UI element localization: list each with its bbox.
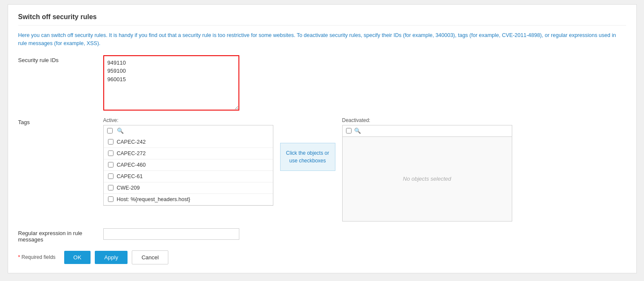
tag-checkbox-capec242[interactable] (108, 139, 113, 145)
tags-label: Tags (18, 117, 103, 125)
click-hint-box: Click the objects or use checkboxes (280, 143, 335, 171)
apply-button[interactable]: Apply (95, 251, 128, 264)
list-item[interactable]: CAPEC-460 (104, 159, 273, 171)
tag-label-capec272: CAPEC-272 (117, 150, 146, 156)
required-star: * (18, 254, 20, 260)
active-label: Active: (103, 117, 273, 123)
deactivated-label: Deactivated: (342, 117, 512, 123)
security-rule-ids-row: Security rule IDs (18, 55, 626, 111)
tag-checkbox-host[interactable] (108, 196, 113, 202)
required-note: * Required fields (18, 254, 56, 260)
regex-label: Regular expression in rule messages (18, 228, 103, 243)
no-objects-label: No objects selected (403, 176, 451, 182)
tag-checkbox-capec272[interactable] (108, 150, 113, 156)
select-all-active-checkbox[interactable] (107, 128, 113, 133)
deactivated-panel: Deactivated: 🔍 No objects selected (342, 117, 512, 221)
panel-title: Switch off security rules (18, 13, 626, 26)
deactivated-search-input[interactable] (363, 127, 508, 135)
tags-container: Active: 🔍 CAPEC-242 CAPEC-272 (103, 117, 512, 221)
list-item[interactable]: CAPEC-242 (104, 136, 273, 148)
active-tags-list: CAPEC-242 CAPEC-272 CAPEC-460 CAPEC-61 (103, 136, 273, 206)
security-rule-ids-label: Security rule IDs (18, 55, 103, 63)
tag-label-host: Host: %{request_headers.host} (117, 196, 190, 202)
tag-label-capec460: CAPEC-460 (117, 162, 146, 168)
tag-label-cwe209: CWE-209 (117, 185, 140, 191)
active-header-row: 🔍 (103, 125, 273, 136)
regex-row: Regular expression in rule messages (18, 228, 626, 243)
active-panel: Active: 🔍 CAPEC-242 CAPEC-272 (103, 117, 273, 206)
active-search-icon: 🔍 (117, 128, 124, 134)
description-text: Here you can switch off security rules. … (18, 31, 626, 48)
footer-row: * Required fields OK Apply Cancel (18, 250, 626, 264)
required-note-text: Required fields (22, 254, 56, 260)
list-item[interactable]: Host: %{request_headers.host} (104, 194, 273, 205)
select-all-deactivated-checkbox[interactable] (346, 128, 352, 133)
middle-hint-area: Click the objects or use checkboxes (280, 117, 335, 171)
deactivated-search-icon: 🔍 (354, 128, 361, 134)
tag-checkbox-capec61[interactable] (108, 173, 113, 179)
tags-row: Tags Active: 🔍 CAPEC-242 CAPE (18, 117, 626, 221)
tag-checkbox-capec460[interactable] (108, 162, 113, 167)
tag-label-capec242: CAPEC-242 (117, 139, 146, 145)
tag-checkbox-cwe209[interactable] (108, 185, 113, 190)
security-rule-ids-textarea[interactable] (103, 55, 239, 111)
main-panel: Switch off security rules Here you can s… (8, 4, 637, 273)
deactivated-header-row: 🔍 (342, 125, 512, 136)
active-search-input[interactable] (126, 127, 270, 135)
list-item[interactable]: CAPEC-61 (104, 171, 273, 182)
regex-input[interactable] (103, 228, 239, 240)
deactivated-list-area: No objects selected (342, 136, 512, 221)
cancel-button[interactable]: Cancel (132, 250, 168, 264)
list-item[interactable]: CAPEC-272 (104, 148, 273, 159)
tag-label-capec61: CAPEC-61 (117, 173, 143, 179)
list-item[interactable]: CWE-209 (104, 182, 273, 194)
ok-button[interactable]: OK (64, 251, 91, 264)
